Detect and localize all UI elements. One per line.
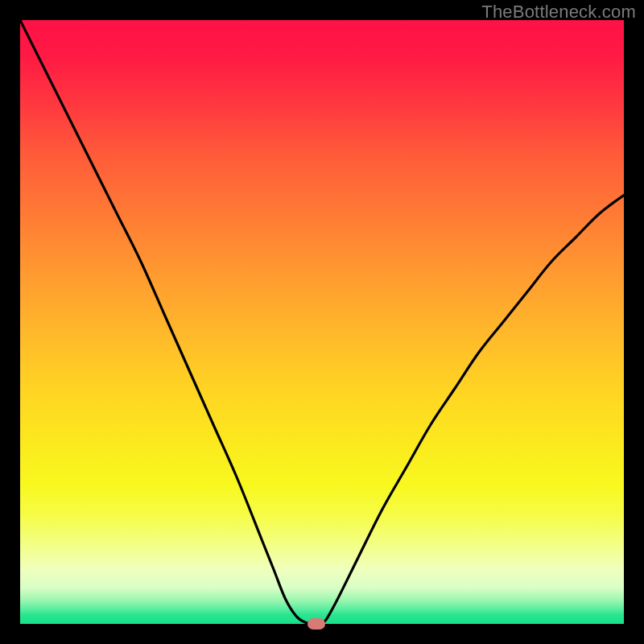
watermark-text: TheBottleneck.com bbox=[481, 2, 636, 23]
chart-frame: TheBottleneck.com bbox=[0, 0, 644, 644]
optimum-marker bbox=[308, 618, 325, 630]
bottleneck-curve bbox=[20, 20, 624, 624]
